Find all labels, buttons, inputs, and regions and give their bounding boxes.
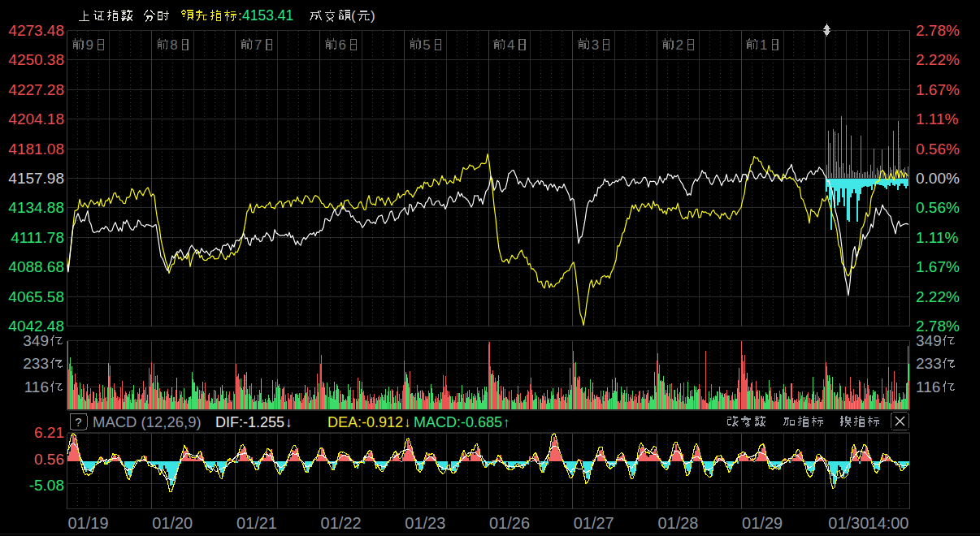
svg-text:4153.41: 4153.41 [242, 7, 293, 24]
svg-text:2.78%: 2.78% [916, 22, 960, 39]
svg-text:6.21: 6.21 [34, 424, 64, 441]
svg-text:01/26: 01/26 [489, 514, 530, 532]
svg-text:8: 8 [170, 37, 177, 53]
svg-text:0.56%: 0.56% [916, 199, 960, 216]
svg-text:116: 116 [916, 378, 940, 396]
svg-text:01/29: 01/29 [742, 514, 783, 532]
svg-text:6: 6 [339, 37, 346, 53]
svg-text:1: 1 [760, 37, 767, 53]
svg-text:↓: ↓ [285, 415, 293, 430]
svg-text:116: 116 [24, 378, 49, 396]
svg-text:7: 7 [254, 37, 262, 53]
svg-text:01/28: 01/28 [657, 514, 698, 532]
svg-text:4134.88: 4134.88 [8, 199, 64, 216]
svg-text:233: 233 [916, 355, 942, 372]
svg-text:-5.08: -5.08 [29, 477, 64, 494]
svg-text:?: ? [75, 415, 81, 429]
svg-text:0.00%: 0.00% [916, 170, 960, 187]
svg-text:3: 3 [592, 37, 599, 53]
svg-text:01/27: 01/27 [574, 514, 614, 532]
svg-text:(: ( [351, 8, 356, 24]
svg-text:4204.18: 4204.18 [8, 110, 64, 128]
svg-text:1.67%: 1.67% [916, 81, 960, 98]
svg-text:↑: ↑ [503, 415, 510, 430]
svg-text:4065.58: 4065.58 [8, 288, 64, 305]
svg-text:0.56: 0.56 [34, 451, 64, 468]
svg-text:01/23: 01/23 [405, 514, 445, 532]
svg-text:01/22: 01/22 [321, 514, 362, 532]
svg-text:2.22%: 2.22% [916, 288, 960, 305]
svg-text:1.11%: 1.11% [916, 110, 959, 128]
svg-text:233: 233 [23, 355, 49, 372]
svg-text:DIF:-1.255: DIF:-1.255 [215, 414, 284, 430]
svg-text:2: 2 [675, 37, 683, 53]
svg-text:MACD:-0.685: MACD:-0.685 [414, 414, 502, 430]
svg-text:4227.28: 4227.28 [8, 81, 64, 98]
svg-text:5: 5 [423, 37, 430, 53]
svg-text:): ) [371, 8, 375, 24]
svg-text:1.11%: 1.11% [916, 229, 959, 246]
svg-text:2.22%: 2.22% [916, 51, 960, 68]
svg-text:4250.38: 4250.38 [8, 51, 64, 68]
svg-text:4111.78: 4111.78 [11, 229, 64, 246]
svg-text:0.56%: 0.56% [916, 140, 960, 158]
svg-text:4181.08: 4181.08 [8, 140, 64, 158]
svg-text:MACD (12,26,9): MACD (12,26,9) [93, 413, 202, 430]
svg-text:9: 9 [86, 37, 93, 53]
svg-text:DEA:-0.912: DEA:-0.912 [327, 414, 403, 430]
svg-text:4157.98: 4157.98 [8, 170, 64, 187]
svg-text:4088.68: 4088.68 [8, 258, 64, 275]
svg-text:14:00: 14:00 [868, 514, 908, 532]
svg-text:01/30: 01/30 [828, 514, 869, 532]
svg-text:4: 4 [507, 37, 514, 53]
svg-text:349: 349 [916, 332, 942, 349]
svg-text:349: 349 [23, 332, 49, 349]
svg-text:1.67%: 1.67% [916, 258, 960, 275]
svg-text:↓: ↓ [404, 415, 411, 430]
svg-text:4273.48: 4273.48 [8, 22, 64, 39]
svg-text:01/20: 01/20 [152, 514, 193, 532]
svg-text:01/19: 01/19 [68, 514, 109, 532]
svg-text:01/21: 01/21 [236, 514, 277, 532]
